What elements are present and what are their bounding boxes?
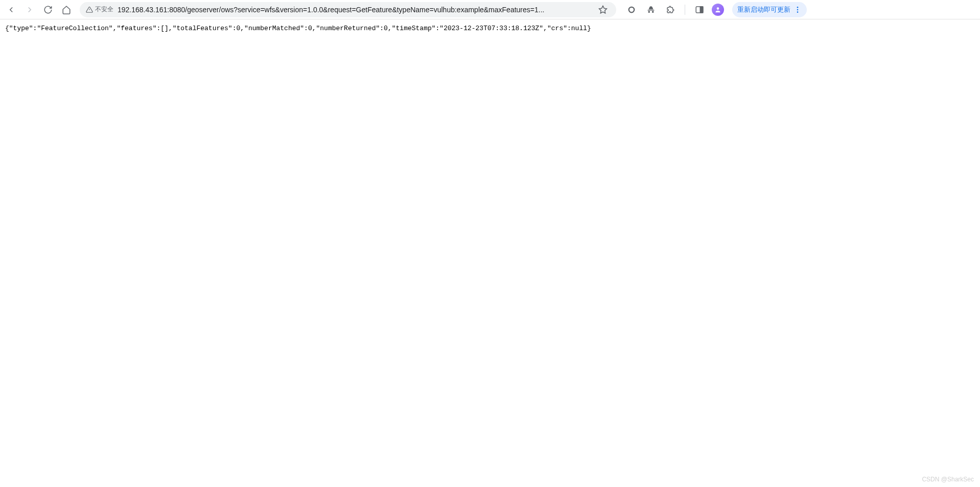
- back-button[interactable]: [4, 3, 18, 17]
- reload-icon: [43, 5, 53, 14]
- watermark: CSDN @SharkSec: [922, 476, 974, 483]
- bookmark-button[interactable]: [596, 3, 610, 17]
- security-label: 不安全: [95, 5, 113, 14]
- svg-point-10: [797, 11, 799, 13]
- toolbar-right: 重新启动即可更新: [624, 2, 807, 17]
- security-indicator[interactable]: 不安全: [86, 5, 113, 14]
- side-panel-button[interactable]: [692, 3, 707, 17]
- update-button[interactable]: 重新启动即可更新: [732, 2, 807, 17]
- extension-circle-icon[interactable]: [624, 3, 639, 17]
- toolbar-divider: [685, 5, 685, 15]
- forward-button[interactable]: [22, 3, 37, 17]
- svg-point-7: [717, 7, 719, 10]
- home-button[interactable]: [59, 3, 74, 17]
- profile-avatar[interactable]: [712, 4, 724, 16]
- svg-point-9: [797, 9, 799, 10]
- nav-buttons: [4, 3, 74, 17]
- svg-marker-2: [599, 6, 607, 13]
- address-bar[interactable]: 不安全 192.168.43.161:8080/geoserver/ows?se…: [80, 2, 616, 17]
- svg-point-3: [629, 7, 635, 12]
- home-icon: [62, 5, 71, 14]
- update-label: 重新启动即可更新: [737, 5, 790, 14]
- reload-button[interactable]: [41, 3, 55, 17]
- svg-point-8: [797, 7, 799, 8]
- extension-incognito-icon[interactable]: [644, 3, 658, 17]
- incognito-icon: [646, 5, 656, 14]
- more-vert-icon: [794, 6, 802, 14]
- arrow-right-icon: [25, 5, 34, 14]
- puzzle-icon: [666, 5, 675, 14]
- browser-toolbar: 不安全 192.168.43.161:8080/geoserver/ows?se…: [0, 0, 980, 19]
- url-text: 192.168.43.161:8080/geoserver/ows?servic…: [118, 6, 592, 14]
- warning-icon: [86, 6, 93, 13]
- panel-icon: [695, 5, 704, 14]
- user-icon: [714, 6, 721, 13]
- star-icon: [598, 5, 608, 14]
- arrow-left-icon: [7, 5, 16, 14]
- extensions-button[interactable]: [663, 3, 678, 17]
- svg-rect-6: [701, 7, 703, 13]
- page-body-content: {"type":"FeatureCollection","features":[…: [0, 19, 980, 37]
- circle-icon: [627, 5, 636, 14]
